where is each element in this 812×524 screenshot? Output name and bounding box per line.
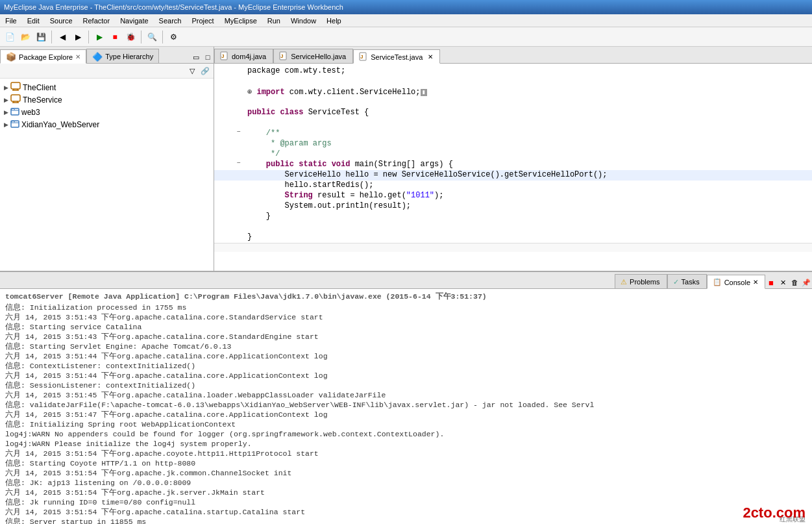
editor-tab-icon-1: J (279, 51, 287, 62)
toolbar-btn-forward[interactable]: ▶ (71, 30, 85, 44)
tree-item-1[interactable]: ▶TheService (0, 94, 214, 106)
tree-label-2: web3 (21, 108, 40, 117)
code-content-9: public static void main(String[] args) { (243, 160, 812, 169)
menu-item-window[interactable]: Window (288, 16, 319, 25)
console-line-20: 信息: Jk running ID=0 time=0/80 config=nul… (5, 497, 807, 507)
editor-tab-icon-0: J (220, 51, 228, 62)
editor-panel: Jdom4j.javaJServiceHello.javaJServiceTes… (214, 47, 812, 271)
toolbar-btn-save[interactable]: 💾 (34, 30, 48, 44)
tree-item-0[interactable]: ▶TheClient (0, 81, 214, 94)
editor-tab-close-2[interactable]: ✕ (428, 53, 433, 60)
tree-item-2[interactable]: ▶web3 (0, 106, 214, 118)
menu-item-run[interactable]: Run (265, 16, 283, 25)
tree-arrow-0: ▶ (3, 84, 9, 91)
console-line-18: 信息: JK: ajp13 listening on /0.0.0.0:8009 (5, 478, 807, 488)
code-content-14: } (243, 212, 812, 221)
tab-package-explorer-close[interactable]: ✕ (75, 53, 80, 60)
editor-tabs: Jdom4j.javaJServiceHello.javaJServiceTes… (214, 47, 812, 64)
toolbar-btn-stop[interactable]: ■ (108, 30, 122, 44)
code-line-8: */ (214, 149, 812, 160)
console-line-3: 六月 14, 2015 3:51:43 下午org.apache.catalin… (5, 332, 807, 342)
code-content-2: ⊕ import com.wty.client.ServiceHello;▮ (243, 87, 812, 97)
code-line-12: String result = hello.get("1011"); (214, 191, 812, 201)
code-line-15 (214, 222, 812, 232)
editor-tab-label-0: dom4j.java (232, 53, 266, 60)
tree-arrow-1: ▶ (3, 97, 9, 103)
code-content-4: public class ServiceTest { (243, 108, 812, 117)
console-clear-btn[interactable]: 🗑 (789, 277, 800, 288)
code-line-13: System.out.println(result); (214, 201, 812, 212)
code-line-4: public class ServiceTest { (214, 108, 812, 118)
code-line-6: − /** (214, 129, 812, 139)
content-area: 📦 Package Explore ✕ 🔷 Type Hierarchy ▭ □… (0, 47, 812, 271)
bottom-tab-problems[interactable]: ⚠ Problems (615, 274, 667, 288)
minimize-panel-btn[interactable]: ▭ (190, 51, 202, 63)
menu-item-myeclipse[interactable]: MyEclipse (222, 16, 260, 25)
editor-tab-2[interactable]: JServiceTest.java✕ (353, 49, 440, 64)
console-line-14: log4j:WARN Please initialize the log4j s… (5, 439, 807, 449)
collapse-all-btn[interactable]: ▽ (186, 65, 198, 77)
editor-tab-1[interactable]: JServiceHello.java (273, 49, 353, 63)
left-panel: 📦 Package Explore ✕ 🔷 Type Hierarchy ▭ □… (0, 47, 214, 271)
console-line-10: 信息: validateJarFile(F:\apache-tomcat-6.0… (5, 400, 807, 410)
menu-item-edit[interactable]: Edit (25, 16, 42, 25)
fold-marker-6[interactable]: − (234, 129, 243, 136)
code-content-10: ServiceHello hello = new ServiceHelloSer… (243, 170, 812, 179)
console-line-21: 六月 14, 2015 3:51:54 下午org.apache.catalin… (5, 507, 807, 517)
bottom-tab-console[interactable]: 📋 Console ✕ (707, 275, 765, 289)
console-stop-btn[interactable]: ■ (765, 277, 777, 288)
console-terminate-btn[interactable]: ✕ (777, 277, 789, 288)
menu-item-project[interactable]: Project (189, 16, 216, 25)
link-with-editor-btn[interactable]: 🔗 (199, 65, 211, 77)
code-content-7: * @param args (243, 139, 812, 148)
code-line-0: package com.wty.test; (214, 66, 812, 77)
tab-type-hierarchy-label: Type Hierarchy (105, 53, 153, 60)
bottom-tab-label-0: Problems (630, 278, 659, 286)
console-line-15: 六月 14, 2015 3:51:54 下午org.apache.coyote.… (5, 449, 807, 458)
code-content-13: System.out.println(result); (243, 201, 812, 210)
code-line-11: hello.startRedis(); (214, 181, 812, 191)
code-editor[interactable]: package com.wty.test;⊕ import com.wty.cl… (214, 64, 812, 271)
toolbar-btn-back[interactable]: ◀ (55, 30, 69, 44)
toolbar-btn-open[interactable]: 📂 (18, 30, 32, 44)
menu-item-refactor[interactable]: Refactor (80, 16, 113, 25)
console-line-5: 六月 14, 2015 3:51:44 下午org.apache.catalin… (5, 351, 807, 361)
toolbar-btn-run[interactable]: ▶ (92, 30, 106, 44)
toolbar-btn-new[interactable]: 📄 (3, 30, 17, 44)
tree-icon-0 (10, 82, 21, 93)
maximize-panel-btn[interactable]: □ (202, 51, 214, 63)
bottom-tab-tasks[interactable]: ✓ Tasks (667, 274, 707, 288)
console-line-1: 六月 14, 2015 3:51:43 下午org.apache.catalin… (5, 312, 807, 322)
package-explorer-icon: 📦 (6, 52, 16, 62)
menu-item-file[interactable]: File (3, 16, 19, 25)
tab-package-explorer[interactable]: 📦 Package Explore ✕ (0, 49, 86, 64)
fold-marker-9[interactable]: − (234, 160, 243, 167)
bottom-panel: ⚠ Problems✓ Tasks📋 Console ✕■ ✕ 🗑 📌 tomc… (0, 271, 812, 524)
console-line-22: 信息: Server startup in 11855 ms (5, 517, 807, 524)
code-content-0: package com.wty.test; (243, 66, 812, 75)
console-header: tomcat6Server [Remote Java Application] … (5, 292, 807, 301)
console-pin-btn[interactable]: 📌 (800, 277, 812, 288)
bottom-tab-close-2[interactable]: ✕ (753, 279, 758, 286)
editor-tab-0[interactable]: Jdom4j.java (214, 49, 273, 63)
console-line-12: 信息: Initializing Spring root WebApplicat… (5, 419, 807, 429)
title-text: MyEclipse Java Enterprise - TheClient/sr… (4, 3, 343, 11)
console-line-8: 信息: SessionListener: contextInitialized(… (5, 381, 807, 390)
menu-item-navigate[interactable]: Navigate (117, 16, 151, 25)
toolbar-btn-debug[interactable]: 🐞 (123, 30, 138, 44)
code-line-9: − public static void main(String[] args)… (214, 160, 812, 170)
editor-tab-icon-2: J (359, 52, 367, 62)
toolbar-btn-search[interactable]: 🔍 (145, 30, 159, 44)
console-line-7: 六月 14, 2015 3:51:44 下午org.apache.catalin… (5, 371, 807, 381)
toolbar-btn-settings[interactable]: ⚙ (166, 30, 180, 44)
tab-package-explorer-label: Package Explore (19, 53, 73, 61)
horizontal-scrollbar[interactable] (214, 243, 812, 252)
console-line-16: 信息: Starting Coyote HTTP/1.1 on http-808… (5, 458, 807, 468)
menu-item-source[interactable]: Source (47, 16, 75, 25)
tree-item-3[interactable]: ▶XidianYao_WebServer (0, 118, 214, 131)
console-area: tomcat6Server [Remote Java Application] … (0, 289, 812, 524)
menu-item-search[interactable]: Search (156, 16, 184, 25)
menu-item-help[interactable]: Help (324, 16, 344, 25)
code-content-12: String result = hello.get("1011"); (243, 191, 812, 200)
tab-type-hierarchy[interactable]: 🔷 Type Hierarchy (86, 49, 159, 63)
